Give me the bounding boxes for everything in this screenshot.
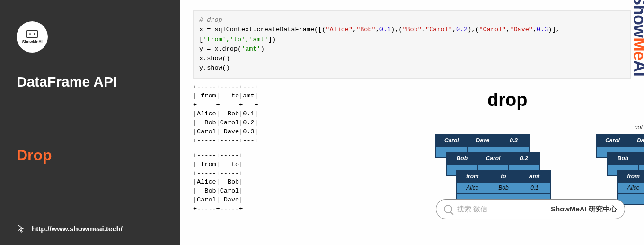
logo: ShowMeAI: [17, 21, 48, 52]
sidebar: ShowMeAI DataFrame API Drop http://www.s…: [0, 0, 180, 245]
code-comment: # drop: [199, 17, 222, 24]
search-icon: [444, 205, 452, 213]
code-line-2: y = x.drop('amt'): [199, 44, 625, 54]
code-line-4: y.show(): [199, 63, 625, 73]
stack-left: CarolDave0.3 BobCarol0.2 fromtoamt Alice…: [435, 134, 539, 205]
diagram-col-label: col = 'amt': [502, 123, 644, 131]
logo-face-icon: [26, 30, 38, 38]
main-content: # drop x = sqlContext.createDataFrame([(…: [180, 0, 644, 245]
diagram-title: drop: [487, 90, 644, 110]
search-placeholder: 搜索 微信: [457, 205, 487, 214]
code-line-1: x = sqlContext.createDataFrame([("Alice"…: [199, 25, 625, 44]
search-bar[interactable]: 搜索 微信 ShowMeAI 研究中心: [436, 199, 625, 219]
cursor-icon: [17, 224, 26, 233]
search-brand: ShowMeAI 研究中心: [551, 205, 617, 214]
footer-url: http://www.showmeai.tech/: [32, 225, 123, 233]
diagram: drop col = 'amt' CarolDave0.3 BobCarol0.…: [435, 90, 644, 205]
logo-text: ShowMeAI: [22, 39, 42, 44]
watermark: ShowMeAI: [629, 0, 644, 76]
code-line-3: x.show(): [199, 54, 625, 63]
code-block: # drop x = sqlContext.createDataFrame([(…: [193, 10, 631, 79]
page-title: DataFrame API: [17, 74, 163, 90]
footer: http://www.showmeai.tech/: [17, 224, 123, 233]
stack-right: CarolDave BobCarol fromto AliceBob: [596, 134, 644, 205]
card-front-right: fromto AliceBob: [617, 170, 644, 205]
section-title: Drop: [17, 147, 163, 164]
